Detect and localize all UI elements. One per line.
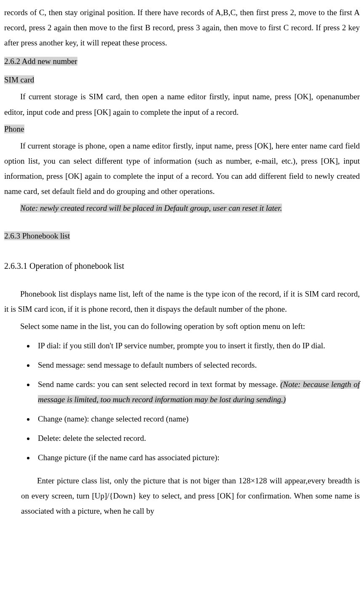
list-item-delete: Delete: delete the selected record.: [35, 431, 360, 446]
note-default-group: Note: newly created record will be place…: [4, 201, 360, 216]
list-item-change-picture: Change picture (if the name card has ass…: [35, 450, 360, 465]
list-item-send-message: Send message: send message to default nu…: [35, 358, 360, 373]
top-paragraph: records of C, then stay original positio…: [4, 5, 360, 50]
list-item-ip-dial: IP dial: if you still don't IP service n…: [35, 338, 360, 353]
phonebook-intro: Phonebook list displays name list, left …: [4, 286, 360, 317]
operation-list: IP dial: if you still don't IP service n…: [4, 338, 360, 466]
sim-card-label: SIM card: [4, 72, 360, 88]
select-text: Select some name in the list, you can do…: [4, 319, 360, 334]
sim-card-text: If current storage is SIM card, then ope…: [4, 89, 360, 119]
heading-2-6-2: 2.6.2 Add new number: [4, 54, 360, 69]
heading-2-6-3-1: 2.6.3.1 Operation of phonebook list: [4, 258, 360, 274]
heading-2-6-3: 2.6.3 Phonebook list: [4, 228, 360, 244]
phone-label: Phone: [4, 122, 360, 137]
list-item-change-name: Change (name): change selected record (n…: [35, 411, 360, 427]
list-item-send-cards: Send name cards: you can sent selected r…: [35, 377, 360, 407]
picture-detail-text: Enter picture class list, only the pictu…: [21, 473, 360, 519]
phone-text: If current storage is phone, open a name…: [4, 138, 360, 199]
